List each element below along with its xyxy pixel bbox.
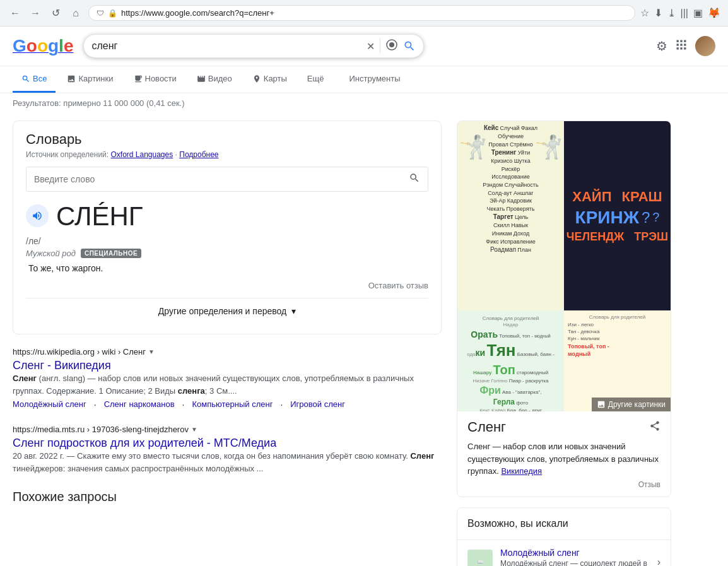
word-gender: Мужской род — [26, 249, 76, 258]
result-snippet-wikipedia: Сленг (англ. slang) — набор слов или нов… — [13, 372, 442, 397]
result-link-computer[interactable]: Компьютерный сленг — [192, 399, 273, 410]
related-arrow-icon: › — [657, 557, 660, 567]
user-avatar[interactable] — [695, 36, 715, 56]
result-url-mts: https://media.mts.ru › 197036-sleng-tine… — [13, 425, 442, 434]
address-bar[interactable]: 🛡 🔒 https://www.google.com/search?q=слен… — [88, 5, 635, 21]
tab-tools[interactable]: Инструменты — [340, 66, 409, 93]
dict-search-box[interactable] — [26, 167, 428, 192]
feedback-link[interactable]: Оставить отзыв — [368, 281, 428, 290]
refresh-button[interactable]: ↺ — [48, 6, 63, 21]
word-badge: СПЕЦИАЛЬНОЕ — [81, 249, 141, 258]
bookmark-icon[interactable]: ☆ — [640, 7, 649, 19]
url-text: https://www.google.com/search?q=сленг+ — [121, 8, 627, 18]
search-box[interactable]: ✕ — [83, 34, 424, 58]
knowledge-source-link[interactable]: Википедия — [501, 466, 542, 476]
url-dropdown-icon[interactable]: ▼ — [148, 348, 155, 355]
oxford-languages-link[interactable]: Oxford Languages — [110, 150, 173, 159]
left-column: Словарь Источник определений: Oxford Lan… — [13, 113, 442, 566]
svg-rect-2 — [677, 40, 679, 42]
result-url-wikipedia: https://ru.wikipedia.org › wiki › Сленг … — [13, 347, 442, 357]
share-button[interactable] — [649, 420, 660, 435]
svg-rect-8 — [677, 47, 679, 49]
google-logo[interactable]: Google — [13, 36, 73, 56]
dictionary-card: Словарь Источник определений: Oxford Lan… — [13, 121, 442, 334]
browser-chrome: ← → ↺ ⌂ 🛡 🔒 https://www.google.com/searc… — [0, 0, 728, 27]
tab-maps[interactable]: Карты — [244, 66, 296, 93]
clear-search-button[interactable]: ✕ — [367, 40, 375, 52]
browser-actions: ☆ ⬇ ⤓ ||| ▣ 🦊 — [640, 7, 720, 19]
main-content: Словарь Источник определений: Oxford Lan… — [0, 113, 728, 566]
svg-rect-3 — [680, 40, 682, 42]
back-button[interactable]: ← — [8, 6, 23, 21]
expand-icon: ▾ — [291, 306, 296, 316]
image-search-button[interactable] — [385, 38, 398, 54]
apps-button[interactable] — [675, 38, 688, 54]
google-header: Google ✕ ⚙ — [0, 27, 728, 66]
svg-rect-4 — [684, 40, 686, 42]
result-link-youth[interactable]: Молодёжный сленг — [13, 399, 86, 410]
result-links-wikipedia: Молодёжный сленг · Сленг наркоманов · Ко… — [13, 399, 442, 410]
tab-images[interactable]: Картинки — [58, 66, 122, 93]
forward-button[interactable]: → — [28, 6, 43, 21]
word-details: СЛÉНГ — [56, 202, 143, 231]
knowledge-description: Сленг — набор слов или новых значений су… — [467, 440, 660, 478]
result-link-gaming[interactable]: Игровой сленг — [290, 399, 345, 410]
result-title-wikipedia[interactable]: Сленг - Википедия — [13, 359, 111, 372]
image-left: 🤺 🤺 Кейс Случай Факал Обучение Провал Ст… — [457, 121, 564, 310]
search-button[interactable] — [403, 40, 416, 52]
pocket-icon[interactable]: ⬇ — [654, 7, 662, 19]
knowledge-body: Сленг Сленг — набор слов или новых значе… — [457, 411, 671, 497]
dictionary-title: Словарь — [26, 131, 428, 148]
svg-rect-7 — [684, 44, 686, 45]
tab-icon[interactable]: ▣ — [693, 7, 703, 19]
search-result-mts: https://media.mts.ru › 197036-sleng-tine… — [13, 425, 442, 475]
related-text: Молодёжный сленг Молодёжный сленг — соци… — [500, 548, 650, 567]
other-images-overlay[interactable]: Другие картинки — [592, 398, 671, 411]
home-button[interactable]: ⌂ — [68, 6, 83, 21]
feedback-row: Оставить отзыв — [26, 281, 428, 290]
more-info-link[interactable]: Подробнее — [179, 150, 218, 159]
svg-rect-10 — [684, 47, 686, 49]
fox-icon[interactable]: 🦊 — [708, 7, 720, 19]
knowledge-feedback[interactable]: Отзыв — [467, 480, 660, 489]
library-icon[interactable]: ||| — [681, 8, 688, 19]
settings-button[interactable]: ⚙ — [656, 38, 667, 54]
audio-button[interactable] — [26, 204, 49, 227]
word-pronunciation: /ле/ — [26, 236, 428, 246]
search-result-wikipedia: https://ru.wikipedia.org › wiki › Сленг … — [13, 347, 442, 410]
tab-video[interactable]: Видео — [188, 66, 241, 93]
svg-rect-5 — [677, 44, 679, 45]
related-thumbnail: 📖 — [467, 550, 493, 567]
more-definitions-button[interactable]: Другие определения и перевод ▾ — [26, 298, 428, 324]
search-tabs: Все Картинки Новости Видео Карты Ещё Инс… — [0, 66, 728, 93]
related-searches-title: Похожие запросы — [13, 490, 442, 504]
search-box-container: ✕ — [83, 34, 424, 58]
tab-news[interactable]: Новости — [125, 66, 185, 93]
security-icon: 🛡 — [97, 9, 104, 18]
divider — [380, 38, 380, 54]
bottom-image-left: Словарь для родителей Надар Орать Топовы… — [457, 310, 564, 411]
header-right: ⚙ — [656, 36, 715, 56]
other-images-label: Другие картинки — [608, 400, 666, 409]
result-snippet-mts: 20 авг. 2022 г. — Скажите ему это вместо… — [13, 450, 442, 475]
search-input[interactable] — [91, 40, 361, 52]
lock-icon: 🔒 — [108, 9, 117, 18]
related-panel: Возможно, вы искали 📖 Молодёжный сленг М… — [457, 507, 671, 567]
result-title-mts[interactable]: Сленг подростков для их родителей - МТС/… — [13, 437, 276, 449]
image-right: ХАЙП КРАШ КРИНЖ ? ? ЧЕЛЕНДЖ ТРЭШ — [564, 121, 671, 310]
right-column: 🤺 🤺 Кейс Случай Факал Обучение Провал Ст… — [457, 113, 671, 566]
result-link-drug[interactable]: Сленг наркоманов — [104, 399, 175, 410]
tab-more[interactable]: Ещё — [298, 66, 333, 93]
dict-search-input[interactable] — [34, 174, 409, 184]
related-item-youth-slang[interactable]: 📖 Молодёжный сленг Молодёжный сленг — со… — [457, 540, 671, 567]
image-grid-top: 🤺 🤺 Кейс Случай Факал Обучение Провал Ст… — [457, 121, 671, 310]
svg-point-1 — [389, 42, 394, 47]
word-entry: СЛÉНГ — [26, 202, 428, 231]
dictionary-source: Источник определений: Oxford Languages ·… — [26, 150, 428, 159]
related-panel-title: Возможно, вы искали — [457, 508, 671, 540]
dict-search-icon — [409, 172, 420, 186]
tab-all[interactable]: Все — [13, 66, 56, 93]
download-icon[interactable]: ⤓ — [667, 7, 676, 19]
url-dropdown-icon-2[interactable]: ▼ — [191, 426, 197, 433]
image-grid-bottom: Словарь для родителей Надар Орать Топовы… — [457, 310, 671, 411]
